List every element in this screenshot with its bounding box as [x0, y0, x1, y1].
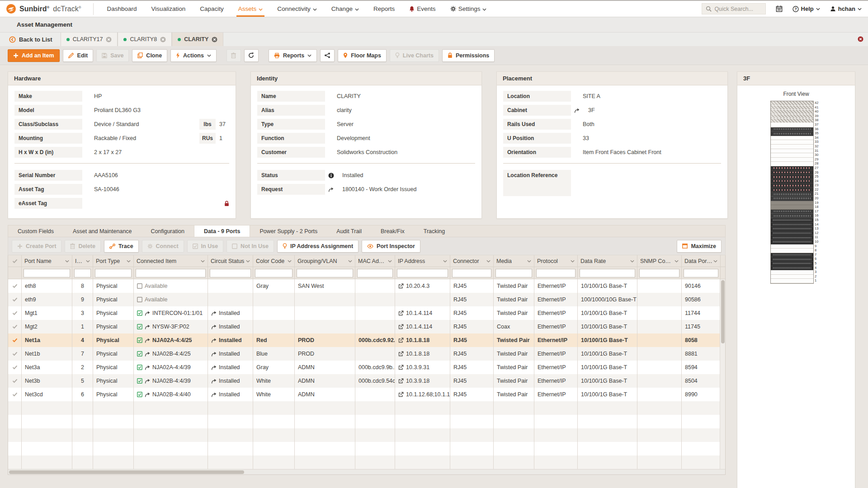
permissions-button[interactable]: Permissions — [442, 49, 495, 62]
maximize-button[interactable]: Maximize — [677, 240, 722, 253]
sort-chevron-icon[interactable] — [127, 260, 131, 263]
column-header-grouping[interactable]: Grouping/VLAN — [295, 255, 355, 267]
clone-button[interactable]: Clone — [132, 49, 167, 62]
nav-item-connectivity[interactable]: Connectivity — [271, 1, 323, 17]
filter-input-color_code[interactable] — [255, 269, 292, 277]
detail-tab-tracking[interactable]: Tracking — [414, 225, 454, 237]
sort-chevron-icon[interactable] — [630, 260, 634, 263]
nav-item-visualization[interactable]: Visualization — [145, 1, 192, 17]
nav-item-assets[interactable]: Assets — [232, 1, 269, 17]
detail-tab-break-fix[interactable]: Break/Fix — [371, 225, 414, 237]
column-header-data_rate[interactable]: Data Rate — [578, 255, 637, 267]
horizontal-scrollbar-thumb[interactable] — [9, 470, 244, 474]
nav-item-change[interactable]: Change — [325, 1, 365, 17]
reports-button[interactable]: Reports — [269, 49, 317, 62]
sort-chevron-icon[interactable] — [713, 260, 717, 263]
item-tab-clarity8[interactable]: CLARITY8 — [118, 33, 172, 46]
open-link-icon[interactable] — [145, 324, 150, 329]
column-header-connector[interactable]: Connector — [450, 255, 494, 267]
table-row-eth9[interactable]: eth99PhysicalAvailableRJ45Twisted PairEt… — [8, 293, 725, 306]
sort-chevron-icon[interactable] — [571, 260, 575, 263]
nav-item-events[interactable]: Events — [403, 1, 442, 17]
column-header-color_code[interactable]: Color Code — [253, 255, 295, 267]
open-link-icon[interactable] — [145, 365, 150, 370]
filter-input-port_name[interactable] — [24, 269, 70, 277]
filter-input-index[interactable] — [74, 269, 91, 277]
open-link-icon[interactable] — [145, 338, 150, 343]
sort-chevron-icon[interactable] — [388, 260, 392, 263]
brand-logo[interactable]: Sunbird® dcTrack® — [6, 3, 94, 15]
detail-tab-custom-fields[interactable]: Custom Fields — [8, 225, 63, 237]
filter-input-connector[interactable] — [452, 269, 491, 277]
sort-chevron-icon[interactable] — [486, 260, 491, 263]
filter-input-mac[interactable] — [357, 269, 393, 277]
open-link-icon[interactable] — [211, 352, 217, 357]
detail-tab-configuration[interactable]: Configuration — [142, 225, 194, 237]
port-inspector-button[interactable]: Port Inspector — [362, 240, 420, 253]
detail-tab-asset-and-maintenance[interactable]: Asset and Maintenance — [63, 225, 142, 237]
open-link-icon[interactable] — [571, 108, 583, 113]
table-row-net3cd[interactable]: Net3cd6PhysicalNJA02B-4:4/40InstalledWhi… — [8, 388, 725, 401]
column-header-mac[interactable]: MAC Address — [355, 255, 395, 267]
column-header-circuit[interactable]: Circuit Status — [208, 255, 253, 267]
actions-button[interactable]: Actions — [170, 49, 217, 62]
filter-input-grouping[interactable] — [297, 269, 353, 277]
open-link-icon[interactable] — [211, 338, 217, 343]
open-link-icon[interactable] — [211, 324, 217, 329]
table-row-eth8[interactable]: eth88PhysicalAvailableGraySAN West10.20.… — [8, 279, 725, 293]
filter-input-data_rate[interactable] — [580, 269, 635, 277]
sort-chevron-icon[interactable] — [246, 260, 250, 263]
close-tab-icon[interactable] — [160, 37, 166, 42]
close-tab-icon[interactable] — [212, 37, 217, 42]
ip-address-assignment-button[interactable]: IP Address Assignment — [277, 240, 359, 253]
sort-chevron-icon[interactable] — [675, 260, 679, 263]
item-tab-clarity[interactable]: CLARITY — [172, 33, 223, 46]
user-menu[interactable]: hchan — [830, 5, 862, 12]
close-all-tabs-icon[interactable] — [858, 36, 863, 42]
filter-input-media[interactable] — [495, 269, 532, 277]
column-header-snmp[interactable]: SNMP Communi... — [637, 255, 682, 267]
nav-item-capacity[interactable]: Capacity — [193, 1, 230, 17]
edit-button[interactable]: Edit — [63, 49, 94, 62]
help-menu[interactable]: ? Help — [793, 5, 820, 12]
filter-input-port_type[interactable] — [95, 269, 132, 277]
search-input[interactable] — [715, 6, 760, 12]
calendar-icon[interactable] — [776, 5, 783, 12]
sort-chevron-icon[interactable] — [201, 260, 205, 263]
ip-export-icon[interactable] — [398, 392, 404, 397]
trace-button[interactable]: Trace — [104, 240, 139, 253]
sort-chevron-icon[interactable] — [443, 260, 447, 263]
ip-export-icon[interactable] — [398, 378, 404, 384]
table-row-mgt1[interactable]: Mgt13PhysicalINTERCON-01:1/01Installed10… — [8, 306, 725, 320]
detail-tab-power-supply-2-ports[interactable]: Power Supply - 2 Ports — [250, 225, 327, 237]
nav-item-reports[interactable]: Reports — [367, 1, 401, 17]
filter-input-snmp[interactable] — [639, 269, 679, 277]
sort-chevron-icon[interactable] — [288, 260, 292, 263]
filter-input-data_port_id[interactable] — [684, 269, 718, 277]
detail-tab-data-9-ports[interactable]: Data - 9 Ports — [194, 225, 250, 237]
sort-chevron-icon[interactable] — [65, 260, 69, 263]
column-header-index[interactable]: Index — [72, 255, 93, 267]
table-row-net3a[interactable]: Net3a2PhysicalNJA02A-4:4/39InstalledGray… — [8, 361, 725, 374]
ip-export-icon[interactable] — [398, 283, 404, 289]
open-link-icon[interactable] — [211, 365, 217, 370]
nav-item-settings[interactable]: Settings — [444, 1, 493, 17]
sort-chevron-icon[interactable] — [86, 260, 90, 263]
column-header-port_type[interactable]: Port Type — [93, 255, 134, 267]
filter-input-ip[interactable] — [397, 269, 448, 277]
ip-export-icon[interactable] — [398, 310, 404, 316]
item-tab-clarity17[interactable]: CLARITY17 — [61, 33, 118, 46]
ip-export-icon[interactable] — [398, 338, 404, 343]
open-link-icon[interactable] — [211, 379, 217, 384]
open-link-icon[interactable] — [145, 379, 150, 384]
open-link-icon[interactable] — [211, 392, 217, 397]
refresh-button[interactable] — [244, 49, 259, 62]
vertical-scrollbar-thumb[interactable] — [721, 280, 725, 343]
open-link-icon[interactable] — [325, 187, 337, 192]
ip-export-icon[interactable] — [398, 324, 404, 329]
column-header-media[interactable]: Media — [494, 255, 534, 267]
nav-item-dashboard[interactable]: Dashboard — [101, 1, 143, 17]
sort-chevron-icon[interactable] — [527, 260, 531, 263]
filter-input-protocol[interactable] — [536, 269, 576, 277]
ip-export-icon[interactable] — [398, 365, 404, 370]
